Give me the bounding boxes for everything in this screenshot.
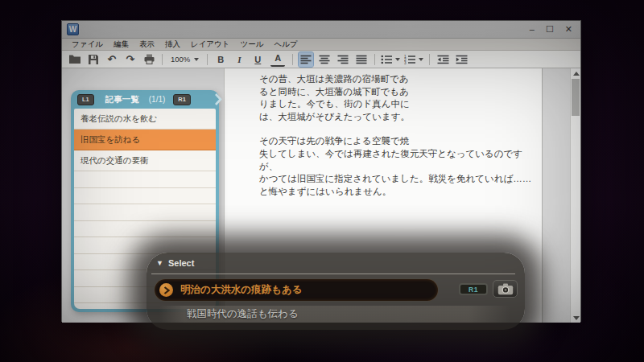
article-list-header: L1 記事一覧 (1/1) R1 — [71, 90, 219, 109]
chevron-down-icon — [395, 58, 400, 61]
menu-help[interactable]: ヘルプ — [274, 39, 297, 50]
selected-option[interactable]: 明治の大洪水の痕跡もある — [155, 279, 438, 301]
divider — [151, 274, 515, 274]
r1-button-badge[interactable]: R1 — [459, 283, 488, 295]
zoom-control[interactable]: 100% — [168, 55, 201, 64]
titlebar: W – ☐ ✕ — [62, 21, 580, 39]
camera-button[interactable] — [493, 280, 518, 298]
vertical-scrollbar[interactable] — [570, 68, 580, 323]
selected-option-label: 明治の大洪水の痕跡もある — [180, 283, 302, 297]
menu-file[interactable]: ファイル — [72, 39, 103, 50]
r1-button-badge[interactable]: R1 — [173, 94, 191, 105]
article-item-empty — [74, 171, 216, 188]
next-option-label: 戦国時代の逸話も伝わる — [187, 307, 299, 321]
article-item[interactable]: 現代の交通の要衝 — [74, 150, 216, 171]
chevron-down-icon — [419, 58, 423, 61]
article-item-empty — [74, 221, 216, 238]
scrollbar-thumb[interactable] — [572, 79, 580, 116]
article-list-title: 記事一覧 — [105, 94, 139, 105]
maximize-button[interactable]: ☐ — [546, 25, 554, 34]
dropdown-triangle-icon: ▼ — [156, 259, 163, 267]
select-overlay: ▼ Select 明治の大洪水の痕跡もある R1 戦国時代の逸話も伝わる — [147, 253, 525, 330]
bullet-list-button[interactable] — [381, 52, 400, 67]
chevron-down-icon — [194, 58, 199, 61]
align-right-button[interactable] — [336, 52, 350, 67]
chevron-right-icon — [215, 93, 222, 109]
menu-layout[interactable]: レイアウト — [191, 39, 230, 50]
page-indicator: (1/1) — [149, 95, 166, 104]
article-item-empty — [74, 204, 216, 221]
arrow-circle-icon — [159, 283, 173, 297]
doc-line: その昔、大垣は美濃路の宿場町であ — [259, 73, 541, 86]
undo-icon[interactable]: ↶ — [105, 52, 119, 67]
article-item-empty — [74, 237, 216, 254]
italic-button[interactable]: I — [232, 52, 246, 67]
redo-icon[interactable]: ↷ — [123, 52, 138, 67]
article-item-selected[interactable]: 旧国宝を訪ねる — [74, 130, 216, 150]
underline-button[interactable]: U — [250, 52, 265, 67]
align-center-button[interactable] — [317, 52, 332, 67]
scroll-up-icon[interactable] — [571, 68, 580, 78]
article-item-empty — [74, 188, 216, 205]
menubar: ファイル 編集 表示 挿入 レイアウト ツール ヘルプ — [62, 39, 580, 51]
zoom-value: 100% — [171, 55, 190, 64]
select-label: Select — [168, 258, 194, 268]
menu-view[interactable]: 表示 — [139, 39, 155, 50]
increase-indent-button[interactable] — [454, 52, 469, 67]
doc-line: りました。今でも、街のド真ん中に — [259, 98, 541, 111]
doc-line: かつては旧国宝に指定されていました。戦災を免れていれば…… — [259, 173, 541, 186]
bold-button[interactable]: B — [213, 52, 228, 67]
document-text: その昔、大垣は美濃路の宿場町であ ると同時に、大垣藩の城下町でもあ りました。今… — [259, 73, 541, 198]
print-icon[interactable] — [142, 52, 156, 67]
camera-icon — [497, 283, 514, 295]
doc-line: ると同時に、大垣藩の城下町でもあ — [259, 86, 541, 99]
minimize-button[interactable]: – — [530, 25, 535, 34]
doc-line: 失してしまい、今では再建された復元天守となっているのですが、 — [259, 148, 541, 173]
svg-text:3: 3 — [404, 60, 407, 64]
open-folder-icon[interactable] — [68, 52, 82, 67]
select-header: ▼ Select — [156, 258, 194, 268]
menu-edit[interactable]: 編集 — [114, 39, 129, 50]
l1-button-badge[interactable]: L1 — [77, 94, 94, 105]
decrease-indent-button[interactable] — [436, 52, 450, 67]
align-left-button[interactable] — [299, 52, 313, 67]
numbered-list-button[interactable]: 123 — [404, 52, 423, 67]
save-icon[interactable] — [86, 52, 101, 67]
article-item[interactable]: 養老伝説の水を飲む — [74, 109, 216, 130]
font-color-button[interactable]: A — [270, 52, 285, 67]
menu-insert[interactable]: 挿入 — [165, 39, 180, 50]
doc-line: と悔やまずにはいられません。 — [259, 186, 541, 199]
scroll-down-icon[interactable] — [571, 313, 580, 323]
close-button[interactable]: ✕ — [565, 25, 572, 34]
menu-tools[interactable]: ツール — [241, 39, 264, 50]
toolbar: ↶ ↷ 100% B I U A — [62, 51, 580, 68]
doc-line: は、大垣城がそびえたっています。 — [259, 111, 541, 124]
align-justify-button[interactable] — [354, 52, 369, 67]
next-option[interactable]: 戦国時代の逸話も伝わる — [159, 306, 510, 323]
doc-line: その天守は先の戦争による空襲で焼 — [259, 135, 541, 148]
app-icon: W — [67, 23, 79, 35]
